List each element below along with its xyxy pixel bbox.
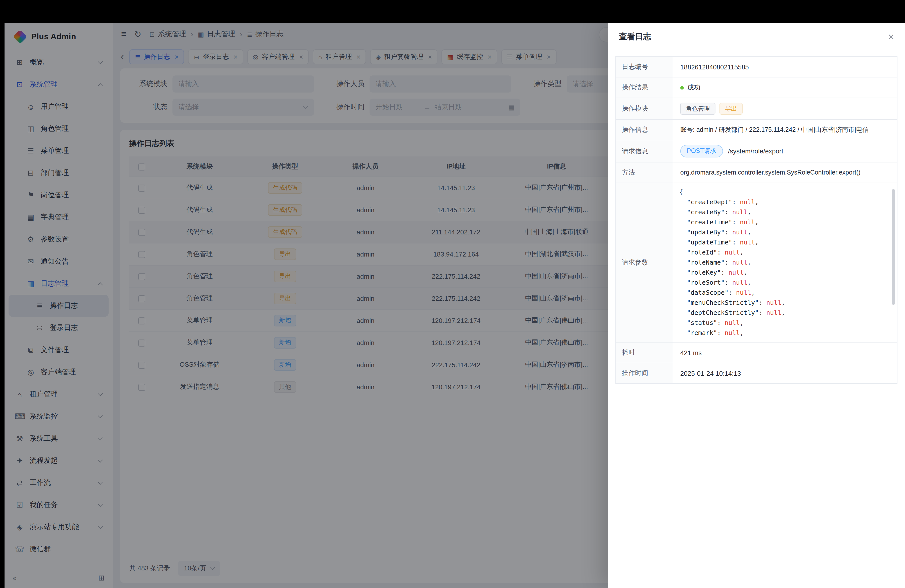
detail-row-params: 请求参数 { "createDept": null, "createBy": n…	[616, 183, 897, 343]
detail-row-info: 操作信息 账号: admin / 研发部门 / 222.175.114.242 …	[616, 120, 897, 140]
json-line: "roleId": null,	[679, 248, 893, 257]
duration-value: 421 ms	[673, 343, 897, 363]
request-params-value: { "createDept": null, "createBy": null, …	[673, 183, 897, 342]
json-line: "createDept": null,	[679, 197, 893, 207]
json-line: "deptCheckStrictly": null,	[679, 308, 893, 318]
json-code-block: { "createDept": null, "createBy": null, …	[679, 185, 893, 340]
request-url: /system/role/export	[728, 147, 783, 155]
detail-row-module: 操作模块 角色管理导出	[616, 98, 897, 120]
operation-info-value: 账号: admin / 研发部门 / 222.175.114.242 / 中国|…	[673, 120, 897, 140]
json-line: "status": null,	[679, 318, 893, 328]
json-line: {	[679, 187, 893, 197]
detail-label: 操作时间	[616, 363, 673, 383]
drawer-title: 查看日志	[619, 32, 651, 42]
scrollbar-thumb[interactable]	[892, 189, 895, 305]
json-line: "updateBy": null,	[679, 227, 893, 237]
json-line: "updateTime": null,	[679, 237, 893, 248]
json-line: "roleSort": null,	[679, 278, 893, 288]
detail-label: 请求信息	[616, 140, 673, 162]
json-line: "menuCheckStrictly": null,	[679, 298, 893, 308]
log-detail-table: 日志编号 1882612840802115585 操作结果 成功 操作模块 角色…	[615, 56, 897, 384]
module-tag: 导出	[719, 103, 743, 115]
view-log-drawer: 查看日志 × 日志编号 1882612840802115585 操作结果 成功	[608, 23, 905, 588]
post-method-tag: POST请求	[680, 145, 723, 157]
detail-row-duration: 耗时 421 ms	[616, 343, 897, 363]
json-line: "dataScope": null,	[679, 288, 893, 298]
detail-row-time: 操作时间 2025-01-24 10:14:13	[616, 363, 897, 383]
method-value: org.dromara.system.controller.system.Sys…	[673, 162, 897, 183]
screen: Plus Admin ⊞概览⊡系统管理☺用户管理◫角色管理☰菜单管理⊟部门管理⚑…	[0, 0, 905, 588]
app-window: Plus Admin ⊞概览⊡系统管理☺用户管理◫角色管理☰菜单管理⊟部门管理⚑…	[5, 23, 905, 588]
request-info-value: POST请求 /system/role/export	[673, 140, 897, 162]
detail-label: 请求参数	[616, 183, 673, 342]
detail-row-log-id: 日志编号 1882612840802115585	[616, 57, 897, 78]
detail-label: 操作模块	[616, 98, 673, 119]
detail-label: 操作信息	[616, 120, 673, 140]
drawer-header: 查看日志 ×	[608, 23, 905, 50]
json-line: "createTime": null,	[679, 217, 893, 227]
json-line: "roleName": null,	[679, 257, 893, 268]
result-text: 成功	[687, 83, 700, 92]
json-line: "createBy": null,	[679, 207, 893, 217]
log-id-value: 1882612840802115585	[673, 57, 897, 77]
operation-time-value: 2025-01-24 10:14:13	[673, 363, 897, 383]
module-tags: 角色管理导出	[673, 98, 897, 119]
detail-row-result: 操作结果 成功	[616, 78, 897, 98]
detail-label: 方法	[616, 162, 673, 183]
json-line: "remark": null,	[679, 328, 893, 338]
detail-row-method: 方法 org.dromara.system.controller.system.…	[616, 162, 897, 183]
drawer-body: 日志编号 1882612840802115585 操作结果 成功 操作模块 角色…	[608, 50, 905, 588]
result-value: 成功	[673, 78, 897, 98]
close-drawer-icon[interactable]: ×	[888, 32, 894, 42]
detail-label: 操作结果	[616, 78, 673, 98]
detail-row-request: 请求信息 POST请求 /system/role/export	[616, 140, 897, 162]
json-line: "roleKey": null,	[679, 268, 893, 278]
success-dot-icon	[680, 86, 684, 89]
detail-label: 日志编号	[616, 57, 673, 77]
module-tag: 角色管理	[680, 103, 716, 115]
detail-label: 耗时	[616, 343, 673, 363]
